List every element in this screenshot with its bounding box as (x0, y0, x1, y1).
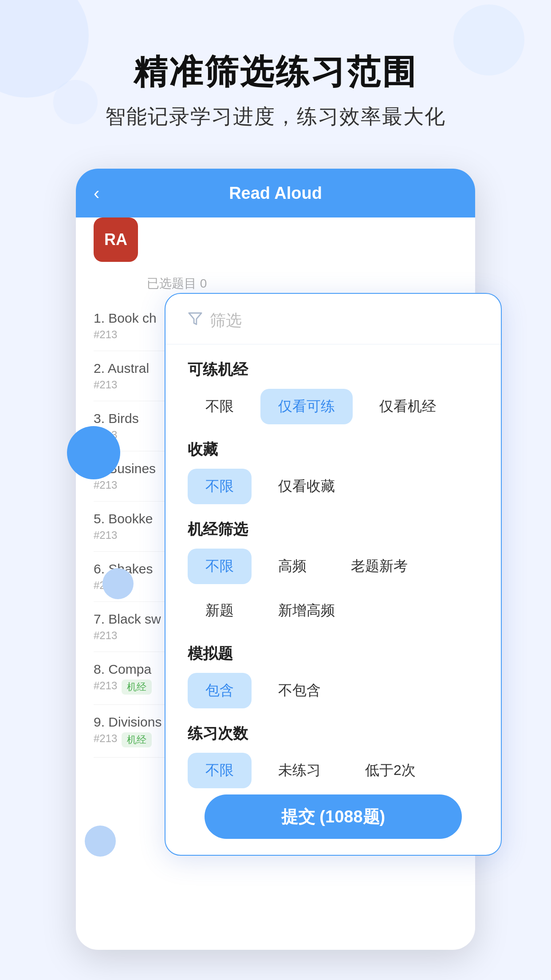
selected-count: 已选题目 0 (147, 275, 457, 292)
option-unlimited-collect[interactable]: 不限 (188, 469, 252, 504)
left-circle-light-1 (102, 568, 134, 599)
option-exclude-mock[interactable]: 不包含 (260, 673, 338, 708)
section-options-kelijing: 不限 仅看可练 仅看机经 (188, 389, 479, 424)
section-title-jijing: 机经筛选 (188, 519, 479, 540)
section-title-mock: 模拟题 (188, 644, 479, 664)
section-options-collect: 不限 仅看收藏 (188, 469, 479, 504)
ra-badge: RA (94, 217, 138, 262)
filter-title: 筛选 (210, 310, 242, 332)
header-area: 精准筛选练习范围 智能记录学习进度，练习效率最大化 (0, 53, 551, 130)
option-include-mock[interactable]: 包含 (188, 673, 252, 708)
filter-section-jijing: 机经筛选 不限 高频 老题新考 新题 新增高频 (165, 509, 501, 633)
filter-icon (188, 311, 203, 330)
option-not-practiced[interactable]: 未练习 (260, 753, 338, 788)
filter-header: 筛选 (165, 294, 501, 344)
filter-section-mock: 模拟题 包含 不包含 (165, 633, 501, 713)
option-new-topic[interactable]: 新题 (188, 593, 252, 628)
page-subtitle: 智能记录学习进度，练习效率最大化 (0, 103, 551, 130)
option-only-jijing[interactable]: 仅看机经 (362, 389, 454, 424)
option-unlimited-jijing[interactable]: 不限 (188, 549, 252, 584)
option-old-new[interactable]: 老题新考 (333, 549, 425, 584)
section-options-mock: 包含 不包含 (188, 673, 479, 708)
svg-marker-0 (189, 313, 201, 324)
option-high-freq[interactable]: 高频 (260, 549, 324, 584)
page-title: 精准筛选练习范围 (0, 53, 551, 91)
section-title-collect: 收藏 (188, 439, 479, 460)
section-title-practice-count: 练习次数 (188, 723, 479, 744)
section-title-kelijing: 可练机经 (188, 360, 479, 380)
section-options-jijing: 不限 高频 老题新考 新题 新增高频 (188, 549, 479, 628)
left-circle-blue (67, 426, 120, 479)
app-header: ‹ Read Aloud (76, 169, 475, 217)
back-icon[interactable]: ‹ (94, 183, 99, 203)
filter-modal: 筛选 可练机经 不限 仅看可练 仅看机经 收藏 不限 仅看收藏 机经筛选 不限 … (165, 293, 502, 856)
submit-button[interactable]: 提交 (1088题) (205, 794, 462, 839)
option-unlimited-count[interactable]: 不限 (188, 753, 252, 788)
phone-mockup: ‹ Read Aloud RA 已选题目 0 1. Book ch #213 2… (76, 169, 475, 950)
left-circle-light-2 (85, 826, 116, 857)
app-header-title: Read Aloud (229, 184, 322, 203)
filter-section-collect: 收藏 不限 仅看收藏 (165, 429, 501, 509)
filter-section-kelijing: 可练机经 不限 仅看可练 仅看机经 (165, 349, 501, 429)
option-new-high-freq[interactable]: 新增高频 (260, 593, 353, 628)
option-only-collected[interactable]: 仅看收藏 (260, 469, 353, 504)
option-unlimited-kelijing[interactable]: 不限 (188, 389, 252, 424)
option-only-keli[interactable]: 仅看可练 (260, 389, 353, 424)
option-less-than-2[interactable]: 低于2次 (347, 753, 433, 788)
